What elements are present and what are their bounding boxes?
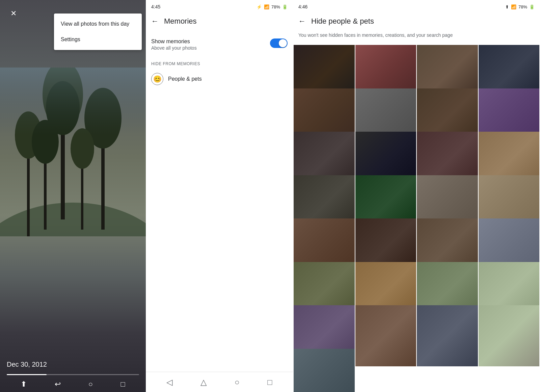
status-bar-memories: 4:45 ⚡ 📶 78% 🔋 — [146, 0, 293, 14]
nav-back-icon[interactable]: ◁ — [166, 377, 172, 387]
hide-from-memories-label: HIDE FROM MEMORIES — [151, 61, 288, 66]
wifi-icon: 📶 — [264, 4, 269, 9]
photo-date: Dec 30, 2012 — [7, 361, 47, 368]
battery-icon: 🔋 — [282, 4, 288, 9]
photo-viewer-panel: ✕ View all photos from this day Settings… — [0, 0, 146, 392]
battery-text: 78% — [271, 4, 280, 9]
svg-point-0 — [0, 203, 146, 236]
memories-nav-header: ← Memories — [146, 14, 293, 29]
nav-home-icon[interactable]: ○ — [235, 377, 240, 387]
show-memories-subtitle: Above all your photos — [151, 45, 197, 51]
hide-title: Hide people & pets — [311, 17, 374, 26]
show-memories-toggle[interactable] — [270, 38, 288, 48]
photo-background — [0, 0, 146, 392]
status-icons: ⚡ 📶 78% 🔋 — [256, 4, 288, 9]
grid-cell-dog12[interactable] — [479, 305, 540, 366]
nav-recents-icon[interactable]: □ — [267, 377, 272, 387]
photo-bottom-nav: ⬆ ↩ ○ □ — [7, 380, 139, 389]
close-icon: ✕ — [10, 9, 17, 18]
close-button[interactable]: ✕ — [7, 7, 20, 20]
back-button-hide[interactable]: ← — [298, 17, 306, 26]
photo-grid: RubyLilaJackie DoveKenSassy — [293, 44, 540, 392]
undo-icon[interactable]: ↩ — [55, 380, 61, 389]
status-icons-2: ⬆ 📶 78% 🔋 — [505, 4, 535, 9]
hide-people-pets-panel: 4:46 ⬆ 📶 78% 🔋 ← Hide people & pets You … — [293, 0, 540, 392]
show-memories-text: Show memories Above all your photos — [151, 38, 197, 51]
people-pets-row[interactable]: 😊 People & pets — [151, 70, 288, 88]
show-memories-title: Show memories — [151, 38, 197, 45]
recents-icon[interactable]: □ — [121, 380, 125, 389]
upload-icon-2: ⬆ — [505, 4, 509, 9]
photo-progress-fill — [7, 374, 47, 375]
home-icon[interactable]: ○ — [88, 380, 93, 389]
share-icon[interactable]: ⬆ — [21, 380, 27, 389]
time-display: 4:45 — [151, 4, 160, 9]
memories-settings-panel: 4:45 ⚡ 📶 78% 🔋 ← Memories Show memories … — [146, 0, 293, 392]
bottom-nav-memories: ◁ △ ○ □ — [146, 372, 293, 392]
status-bar-hide: 4:46 ⬆ 📶 78% 🔋 — [293, 0, 540, 14]
hide-nav-header: ← Hide people & pets — [293, 14, 540, 29]
wifi-icon-2: 📶 — [511, 4, 516, 9]
battery-text-2: 78% — [518, 4, 527, 9]
tree-illustration — [0, 68, 146, 236]
show-memories-row: Show memories Above all your photos — [151, 34, 288, 55]
photo-progress-bar — [7, 374, 139, 375]
svg-rect-12 — [0, 68, 146, 135]
battery-icon-2: 🔋 — [529, 4, 535, 9]
settings-item[interactable]: Settings — [54, 32, 142, 47]
grid-cell-cat6[interactable] — [355, 305, 416, 366]
view-all-photos-item[interactable]: View all photos from this day — [54, 16, 142, 32]
context-menu: View all photos from this day Settings — [54, 14, 142, 50]
grid-cell-misc[interactable] — [294, 349, 355, 392]
nav-share-icon[interactable]: △ — [200, 377, 207, 387]
back-button-memories[interactable]: ← — [151, 17, 159, 26]
people-pets-label: People & pets — [168, 76, 202, 82]
face-icon: 😊 — [153, 75, 162, 83]
time-display-2: 4:46 — [298, 4, 307, 9]
memories-title: Memories — [164, 17, 197, 26]
memories-content: Show memories Above all your photos HIDE… — [146, 29, 293, 372]
hide-description: You won't see hidden faces in memories, … — [293, 29, 540, 44]
bluetooth-icon: ⚡ — [256, 4, 262, 9]
people-pets-icon: 😊 — [151, 73, 163, 85]
grid-cell-person2[interactable] — [417, 305, 478, 366]
